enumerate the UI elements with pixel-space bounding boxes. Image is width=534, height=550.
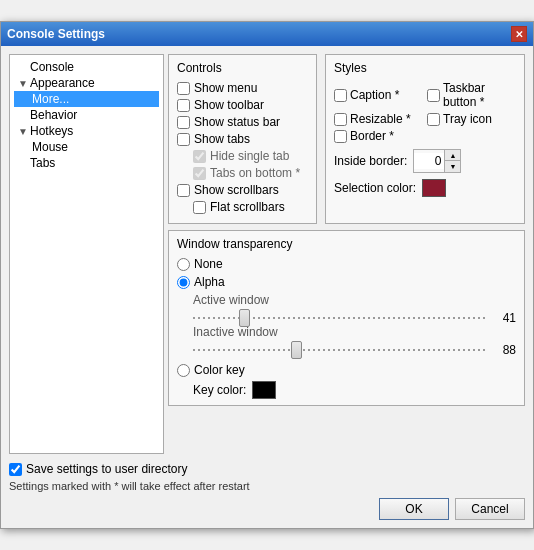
- main-area: Console ▼Appearance More... Behavior ▼Ho…: [9, 54, 525, 454]
- taskbar-button-item: Taskbar button *: [427, 81, 516, 109]
- resizable-label[interactable]: Resizable *: [350, 112, 411, 126]
- color-key-radio-row: Color key: [177, 363, 516, 377]
- controls-panel: Controls Show menu Show toolbar Show sta…: [168, 54, 317, 224]
- alpha-radio[interactable]: [177, 276, 190, 289]
- show-tabs-row: Show tabs: [177, 132, 308, 146]
- show-scrollbars-row: Show scrollbars: [177, 183, 308, 197]
- active-window-label: Active window: [193, 293, 516, 307]
- key-color-swatch[interactable]: [252, 381, 276, 399]
- alpha-label[interactable]: Alpha: [194, 275, 225, 289]
- styles-panel: Styles Caption * Taskbar button *: [325, 54, 525, 224]
- inside-border-input[interactable]: [414, 153, 444, 169]
- show-toolbar-checkbox[interactable]: [177, 99, 190, 112]
- inside-border-spinner: ▲ ▼: [413, 149, 461, 173]
- caption-label[interactable]: Caption *: [350, 88, 399, 102]
- inactive-window-label: Inactive window: [193, 325, 516, 339]
- sidebar-item-console[interactable]: Console: [14, 59, 159, 75]
- restart-note: Settings marked with * will take effect …: [9, 480, 525, 492]
- none-label[interactable]: None: [194, 257, 223, 271]
- controls-title: Controls: [177, 61, 308, 75]
- taskbar-button-label[interactable]: Taskbar button *: [443, 81, 516, 109]
- selection-color-swatch[interactable]: [422, 179, 446, 197]
- sidebar-item-appearance[interactable]: ▼Appearance: [14, 75, 159, 91]
- resizable-item: Resizable *: [334, 112, 423, 126]
- styles-grid: Caption * Taskbar button * Resizable *: [334, 81, 516, 143]
- sidebar-item-hotkeys[interactable]: ▼Hotkeys: [14, 123, 159, 139]
- show-menu-row: Show menu: [177, 81, 308, 95]
- window-title: Console Settings: [7, 27, 105, 41]
- right-panel: Controls Show menu Show toolbar Show sta…: [168, 54, 525, 454]
- expander-hotkeys: ▼: [18, 126, 30, 137]
- active-window-slider-row: 41: [193, 311, 516, 325]
- color-key-label[interactable]: Color key: [194, 363, 245, 377]
- inactive-window-slider[interactable]: [193, 349, 488, 352]
- show-tabs-label[interactable]: Show tabs: [194, 132, 250, 146]
- tray-icon-label[interactable]: Tray icon: [443, 112, 492, 126]
- button-row: OK Cancel: [9, 498, 525, 520]
- selection-color-label: Selection color:: [334, 181, 416, 195]
- tabs-on-bottom-row: Tabs on bottom *: [177, 166, 308, 180]
- hide-single-tab-row: Hide single tab: [177, 149, 308, 163]
- title-bar: Console Settings ✕: [1, 22, 533, 46]
- border-checkbox[interactable]: [334, 130, 347, 143]
- active-window-slider[interactable]: [193, 317, 488, 320]
- none-radio-row: None: [177, 257, 516, 271]
- console-settings-window: Console Settings ✕ Console ▼Appearance M…: [0, 21, 534, 529]
- tree-panel: Console ▼Appearance More... Behavior ▼Ho…: [9, 54, 164, 454]
- window-body: Console ▼Appearance More... Behavior ▼Ho…: [1, 46, 533, 528]
- show-toolbar-row: Show toolbar: [177, 98, 308, 112]
- show-scrollbars-checkbox[interactable]: [177, 184, 190, 197]
- flat-scrollbars-row: Flat scrollbars: [177, 200, 308, 214]
- show-status-bar-label[interactable]: Show status bar: [194, 115, 280, 129]
- save-settings-checkbox[interactable]: [9, 463, 22, 476]
- cancel-button[interactable]: Cancel: [455, 498, 525, 520]
- expander-appearance: ▼: [18, 78, 30, 89]
- tabs-on-bottom-checkbox[interactable]: [193, 167, 206, 180]
- spin-up-button[interactable]: ▲: [444, 150, 460, 161]
- sidebar-item-tabs[interactable]: Tabs: [14, 155, 159, 171]
- border-label[interactable]: Border *: [350, 129, 394, 143]
- sidebar-item-mouse[interactable]: Mouse: [14, 139, 159, 155]
- alpha-sliders-section: Active window 41 Inactive window 88: [177, 293, 516, 357]
- inside-border-label: Inside border:: [334, 154, 407, 168]
- show-status-bar-row: Show status bar: [177, 115, 308, 129]
- show-toolbar-label[interactable]: Show toolbar: [194, 98, 264, 112]
- sidebar-item-behavior[interactable]: Behavior: [14, 107, 159, 123]
- transparency-panel: Window transparency None Alpha Active wi…: [168, 230, 525, 406]
- border-item: Border *: [334, 129, 423, 143]
- caption-checkbox[interactable]: [334, 89, 347, 102]
- sidebar-item-more[interactable]: More...: [14, 91, 159, 107]
- tray-icon-checkbox[interactable]: [427, 113, 440, 126]
- show-menu-checkbox[interactable]: [177, 82, 190, 95]
- show-status-bar-checkbox[interactable]: [177, 116, 190, 129]
- key-color-row: Key color:: [177, 381, 516, 399]
- show-scrollbars-label[interactable]: Show scrollbars: [194, 183, 279, 197]
- top-panels-row: Controls Show menu Show toolbar Show sta…: [168, 54, 525, 224]
- none-radio[interactable]: [177, 258, 190, 271]
- alpha-radio-row: Alpha: [177, 275, 516, 289]
- active-window-value: 41: [494, 311, 516, 325]
- save-settings-label[interactable]: Save settings to user directory: [26, 462, 187, 476]
- close-button[interactable]: ✕: [511, 26, 527, 42]
- flat-scrollbars-checkbox[interactable]: [193, 201, 206, 214]
- show-tabs-checkbox[interactable]: [177, 133, 190, 146]
- flat-scrollbars-label[interactable]: Flat scrollbars: [210, 200, 285, 214]
- spin-buttons: ▲ ▼: [444, 150, 460, 172]
- hide-single-tab-checkbox[interactable]: [193, 150, 206, 163]
- inside-border-row: Inside border: ▲ ▼: [334, 149, 516, 173]
- resizable-checkbox[interactable]: [334, 113, 347, 126]
- show-menu-label[interactable]: Show menu: [194, 81, 257, 95]
- taskbar-button-checkbox[interactable]: [427, 89, 440, 102]
- color-key-radio[interactable]: [177, 364, 190, 377]
- tray-icon-item: Tray icon: [427, 112, 516, 126]
- inactive-window-value: 88: [494, 343, 516, 357]
- inactive-window-slider-row: 88: [193, 343, 516, 357]
- key-color-label: Key color:: [193, 383, 246, 397]
- ok-button[interactable]: OK: [379, 498, 449, 520]
- tabs-on-bottom-label[interactable]: Tabs on bottom *: [210, 166, 300, 180]
- bottom-area: Save settings to user directory Settings…: [9, 462, 525, 520]
- caption-item: Caption *: [334, 81, 423, 109]
- hide-single-tab-label[interactable]: Hide single tab: [210, 149, 289, 163]
- transparency-title: Window transparency: [177, 237, 516, 251]
- spin-down-button[interactable]: ▼: [444, 161, 460, 172]
